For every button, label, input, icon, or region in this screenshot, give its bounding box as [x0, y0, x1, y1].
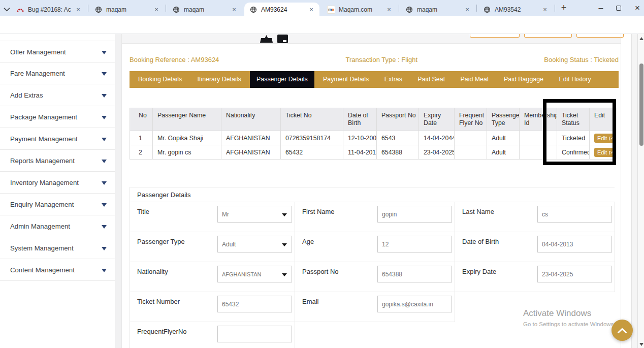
booking-status: Booking Status : Ticketed [544, 56, 619, 64]
sidebar-item-package-management[interactable]: Package Management [0, 106, 115, 128]
form-cell-ticket-number: Ticket Number [130, 292, 295, 322]
browser-scrollbar[interactable] [637, 34, 644, 348]
dob-input[interactable] [537, 236, 612, 252]
tab-payment-details[interactable]: Payment Details [316, 71, 375, 88]
passenger-type-select[interactable]: Adult [217, 236, 292, 252]
tab-paid-baggage[interactable]: Paid Baggage [497, 71, 550, 88]
pencil-icon [609, 136, 614, 141]
sidebar-item-inventory-management[interactable]: Inventory Management [0, 172, 115, 194]
sidebar-item-fare-management[interactable]: Fare Management [0, 62, 115, 84]
cell-dob: 11-04-2013 [343, 145, 377, 160]
cell-no: 2 [130, 145, 153, 160]
close-icon[interactable]: × [541, 6, 549, 14]
layout-gutter [115, 34, 122, 348]
sidebar-item-reports-management[interactable]: Reports Management [0, 150, 115, 172]
tab-itinerary-details[interactable]: Itinerary Details [191, 71, 248, 88]
tabs-overview-chevron-icon[interactable] [4, 5, 10, 14]
close-icon[interactable]: × [152, 6, 160, 14]
sidebar-item-add-extras[interactable]: Add Extras [0, 84, 115, 106]
page-scrollbar-track[interactable] [631, 34, 637, 348]
browser-tab-maqam-com[interactable]: ma Maqam.com × [322, 3, 397, 16]
sidebar-item-system-management[interactable]: System Management [0, 237, 115, 259]
form-title: Passenger Details [130, 187, 615, 202]
cell-edit: Edit [590, 145, 617, 160]
chevron-up-icon [617, 327, 627, 334]
edit-passenger-button[interactable]: Edit [594, 148, 617, 157]
sidebar-item-enquiry-management[interactable]: Enquiry Management [0, 194, 115, 215]
tab-passenger-details[interactable]: Passenger Details [250, 71, 314, 88]
cell-passport-no: 6543 [377, 131, 419, 145]
form-cell-nationality: Nationality AFGHANISTAN [130, 262, 295, 292]
scrollbar-thumb[interactable] [639, 64, 643, 146]
print-icon[interactable] [277, 35, 288, 43]
col-edit: Edit [590, 108, 617, 131]
minimize-button[interactable]: – [593, 0, 608, 16]
browser-tab-am93542[interactable]: AM93542 × [478, 3, 553, 16]
sidebar-item-content-management[interactable]: Content Management [0, 259, 115, 281]
passport-no-input[interactable] [377, 266, 452, 282]
field-label: Date of Birth [462, 238, 499, 245]
transaction-type: Transaction Type : Flight [346, 56, 418, 64]
tab-paid-meal[interactable]: Paid Meal [454, 71, 495, 88]
close-icon[interactable]: × [230, 6, 238, 14]
sidebar-item-label: Package Management [10, 113, 77, 121]
col-date-of-birth: Date of Birth [343, 108, 377, 131]
col-nationality: Nationality [221, 108, 281, 131]
form-cell-expiry-date: Expiry Date [455, 262, 615, 292]
last-name-input[interactable] [537, 206, 612, 223]
chevron-down-icon [102, 138, 107, 141]
browser-tab-maqam-3[interactable]: maqam × [400, 3, 475, 16]
browser-tab-maqam-2[interactable]: maqam × [167, 3, 242, 16]
sidebar-item-offer-management[interactable]: Offer Management [0, 41, 115, 62]
field-label: Expiry Date [462, 268, 496, 275]
booking-tabs-bar: Booking Details Itinerary Details Passen… [130, 71, 619, 88]
new-tab-button[interactable]: + [558, 2, 570, 14]
nationality-select[interactable]: AFGHANISTAN [217, 266, 292, 282]
close-window-button[interactable]: × [630, 0, 644, 16]
tab-booking-details[interactable]: Booking Details [132, 71, 188, 88]
activate-windows-watermark: Activate Windows [523, 308, 591, 319]
browser-tab-maqam-1[interactable]: maqam × [89, 3, 165, 16]
title-select[interactable]: Mr [217, 206, 292, 223]
sidebar-item-label: Enquiry Management [10, 201, 74, 208]
email-input[interactable] [377, 296, 452, 312]
select-value: Adult [222, 241, 236, 248]
form-cell-last-name: Last Name [455, 202, 615, 232]
cell-edit: Edit [590, 131, 617, 145]
close-icon[interactable]: × [385, 6, 393, 14]
frequent-flyer-no-input[interactable] [217, 326, 292, 342]
sidebar-item-label: System Management [10, 244, 74, 252]
globe-icon [94, 6, 103, 14]
first-name-input[interactable] [377, 206, 452, 223]
sidebar-item-label: Inventory Management [10, 179, 79, 186]
tab-title: maqam [106, 6, 149, 13]
cutoff-action-button-2[interactable] [524, 34, 572, 38]
close-icon[interactable]: × [463, 6, 471, 14]
cutoff-action-button-3[interactable] [576, 34, 624, 38]
close-icon[interactable]: × [74, 6, 82, 14]
browser-tabstrip: Bug #20168: Activitie × maqam × maqam × … [0, 0, 644, 16]
scroll-to-top-button[interactable] [611, 320, 633, 341]
field-label: Nationality [137, 268, 168, 275]
globe-icon [405, 6, 413, 14]
form-cell-frequent-flyer-no: FrequentFlyerNo [130, 322, 295, 348]
tab-edit-history[interactable]: Edit History [552, 71, 597, 88]
scrollbar-down-arrow-icon[interactable] [639, 343, 643, 346]
age-input[interactable] [377, 236, 452, 252]
sidebar-item-payment-management[interactable]: Payment Management [0, 128, 115, 150]
scrollbar-up-arrow-icon[interactable] [639, 37, 643, 40]
browser-tab-bug[interactable]: Bug #20168: Activitie × [11, 3, 86, 16]
edit-button-label: Edit [597, 135, 607, 141]
browser-tab-am93624-active[interactable]: AM93624 × [244, 3, 319, 16]
edit-passenger-button[interactable]: Edit [594, 134, 617, 143]
close-icon[interactable]: × [307, 6, 315, 14]
cutoff-action-button-1[interactable] [470, 34, 520, 38]
expiry-date-input[interactable] [537, 266, 612, 282]
sidebar-item-admin-management[interactable]: Admin Management [0, 215, 115, 237]
col-no: No [130, 108, 153, 131]
tab-extras[interactable]: Extras [378, 71, 409, 88]
ticket-number-input[interactable] [217, 296, 292, 312]
tab-separator [555, 5, 555, 12]
tab-paid-seat[interactable]: Paid Seat [411, 71, 452, 88]
maximize-button[interactable] [611, 0, 626, 16]
